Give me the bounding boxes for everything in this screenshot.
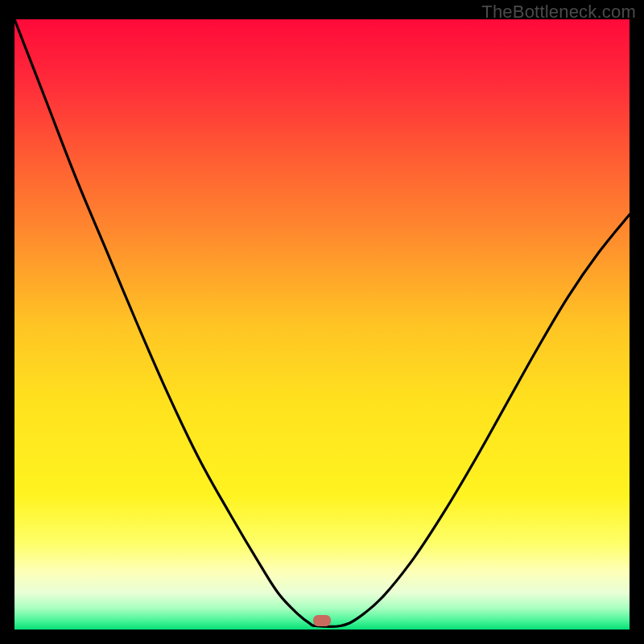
gradient-background bbox=[14, 19, 630, 630]
bottleneck-curve-chart bbox=[14, 19, 630, 630]
watermark-label: TheBottleneck.com bbox=[481, 2, 636, 23]
chart-frame: TheBottleneck.com bbox=[0, 0, 644, 644]
plot-area bbox=[14, 19, 630, 630]
optimal-point-marker bbox=[313, 615, 331, 626]
